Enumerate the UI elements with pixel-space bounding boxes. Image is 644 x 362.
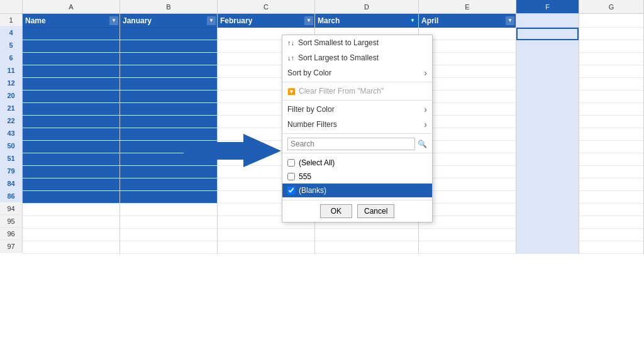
sort-largest-item[interactable]: ↓↑ Sort Largest to Smallest (282, 50, 432, 65)
clear-filter-item[interactable]: 🔽 Clear Filter From "March" (282, 84, 432, 99)
cell-e11[interactable] (419, 65, 516, 78)
cell-a1[interactable]: Name ▼ (23, 14, 119, 28)
row-num-11[interactable]: 11 (0, 64, 23, 77)
cell-b84[interactable] (120, 178, 217, 191)
col-header-c[interactable]: C (218, 0, 315, 13)
cell-a50[interactable] (23, 141, 119, 153)
row-num-21[interactable]: 21 (0, 102, 23, 114)
col-header-g[interactable]: G (579, 0, 644, 13)
col-header-d[interactable]: D (315, 0, 419, 13)
cell-b1[interactable]: January ▼ (120, 14, 217, 28)
cell-e86[interactable] (419, 191, 516, 204)
sort-smallest-item[interactable]: ↑↓ Sort Smallest to Largest (282, 35, 432, 50)
row-num-86[interactable]: 86 (0, 190, 23, 202)
cell-a86[interactable] (23, 191, 119, 204)
cell-a43[interactable] (23, 128, 119, 141)
cell-c96[interactable] (218, 229, 314, 241)
cell-e5[interactable] (419, 40, 516, 53)
cell-e20[interactable] (419, 90, 516, 103)
cell-b86[interactable] (120, 191, 217, 204)
row-num-43[interactable]: 43 (0, 127, 23, 140)
cell-g21[interactable] (579, 103, 643, 116)
row-num-12[interactable]: 12 (0, 77, 23, 89)
cell-a6[interactable] (23, 53, 119, 65)
cancel-button[interactable]: Cancel (357, 204, 394, 218)
cell-g50[interactable] (579, 141, 643, 153)
cell-f51[interactable] (516, 153, 579, 166)
cell-a94[interactable] (23, 204, 119, 216)
cell-g79[interactable] (579, 166, 643, 178)
cell-d1[interactable]: March ▼ (315, 14, 418, 28)
col-header-b[interactable]: B (120, 0, 218, 13)
cell-b95[interactable] (120, 216, 217, 229)
col-header-a[interactable]: A (23, 0, 120, 13)
checkbox-blanks-input[interactable] (287, 187, 295, 194)
cell-c1[interactable]: February ▼ (218, 14, 314, 28)
cell-e79[interactable] (419, 166, 516, 178)
cell-f1[interactable] (516, 14, 579, 28)
cell-g96[interactable] (579, 229, 643, 241)
cell-a22[interactable] (23, 116, 119, 128)
filter-btn-b[interactable]: ▼ (207, 16, 216, 25)
cell-e21[interactable] (419, 103, 516, 116)
cell-f94[interactable] (516, 204, 579, 216)
cell-f5[interactable] (516, 40, 579, 53)
filter-btn-d[interactable]: ▼ (408, 16, 417, 25)
cell-e50[interactable] (419, 141, 516, 153)
cell-a12[interactable] (23, 78, 119, 90)
cell-a11[interactable] (23, 65, 119, 78)
row-num-96[interactable]: 96 (0, 228, 23, 240)
cell-a84[interactable] (23, 178, 119, 191)
cell-a21[interactable] (23, 103, 119, 116)
cell-e22[interactable] (419, 116, 516, 128)
cell-a51[interactable] (23, 153, 119, 166)
filter-color-item[interactable]: Filter by Color (282, 102, 432, 117)
cell-f86[interactable] (516, 191, 579, 204)
cell-a5[interactable] (23, 40, 119, 53)
cell-g97[interactable] (579, 241, 643, 254)
col-header-e[interactable]: E (419, 0, 516, 13)
cell-g5[interactable] (579, 40, 643, 53)
cell-f95[interactable] (516, 216, 579, 229)
cell-b4[interactable] (120, 28, 217, 40)
cell-e94[interactable] (419, 204, 516, 216)
row-num-51[interactable]: 51 (0, 152, 23, 165)
cell-e43[interactable] (419, 128, 516, 141)
filter-btn-e[interactable]: ▼ (506, 16, 514, 25)
cell-e6[interactable] (419, 53, 516, 65)
row-num-5[interactable]: 5 (0, 39, 23, 52)
search-input[interactable] (287, 138, 415, 150)
checkbox-555-input[interactable] (287, 173, 295, 180)
cell-f97[interactable] (516, 241, 579, 254)
cell-g86[interactable] (579, 191, 643, 204)
cell-f20[interactable] (516, 90, 579, 103)
ok-button[interactable]: OK (320, 204, 352, 218)
cell-f11[interactable] (516, 65, 579, 78)
cell-b6[interactable] (120, 53, 217, 65)
row-num-97[interactable]: 97 (0, 240, 23, 253)
number-filters-item[interactable]: Number Filters (282, 117, 432, 132)
cell-g20[interactable] (579, 90, 643, 103)
row-num-20[interactable]: 20 (0, 89, 23, 102)
cell-d97[interactable] (315, 241, 418, 254)
cell-g94[interactable] (579, 204, 643, 216)
row-num-84[interactable]: 84 (0, 177, 23, 190)
cell-f84[interactable] (516, 178, 579, 191)
row-num-94[interactable]: 94 (0, 202, 23, 215)
cell-f6[interactable] (516, 53, 579, 65)
cell-b22[interactable] (120, 116, 217, 128)
cell-a4[interactable] (23, 28, 119, 40)
cell-b5[interactable] (120, 40, 217, 53)
cell-g1[interactable] (579, 14, 643, 28)
filter-btn-c[interactable]: ▼ (304, 16, 313, 25)
cell-f50[interactable] (516, 141, 579, 153)
cell-a79[interactable] (23, 166, 119, 178)
cell-f22[interactable] (516, 116, 579, 128)
cell-e1[interactable]: April ▼ (419, 14, 516, 28)
checkbox-555[interactable]: 555 (282, 170, 432, 184)
cell-g11[interactable] (579, 65, 643, 78)
cell-e96[interactable] (419, 229, 516, 241)
row-num-95[interactable]: 95 (0, 215, 23, 228)
filter-btn-a[interactable]: ▼ (109, 16, 118, 25)
row-num-4[interactable]: 4 (0, 26, 23, 39)
